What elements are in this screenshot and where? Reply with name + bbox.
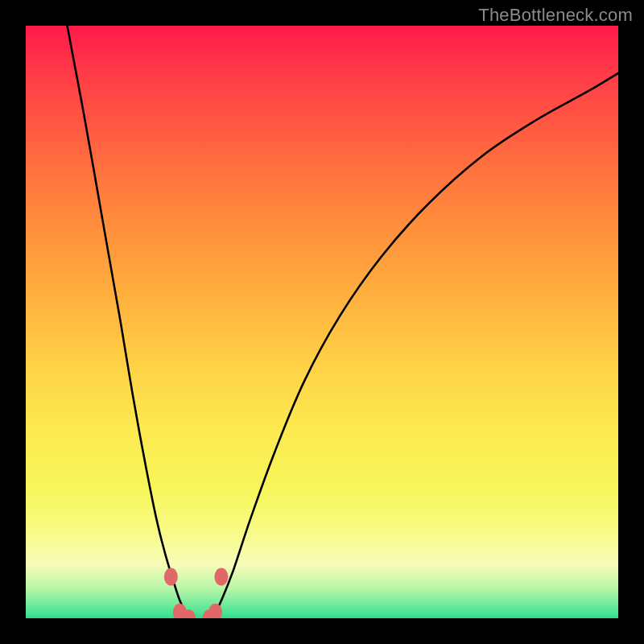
highlight-marker-0 <box>164 568 178 585</box>
curve-right-branch <box>209 73 618 618</box>
curve-svg <box>26 26 618 618</box>
outer-frame: TheBottleneck.com <box>0 0 644 644</box>
watermark-text: TheBottleneck.com <box>478 5 633 26</box>
highlight-marker-1 <box>214 568 228 585</box>
highlight-marker-5 <box>208 604 222 618</box>
plot-area <box>26 26 618 618</box>
curve-left-branch <box>68 26 192 618</box>
